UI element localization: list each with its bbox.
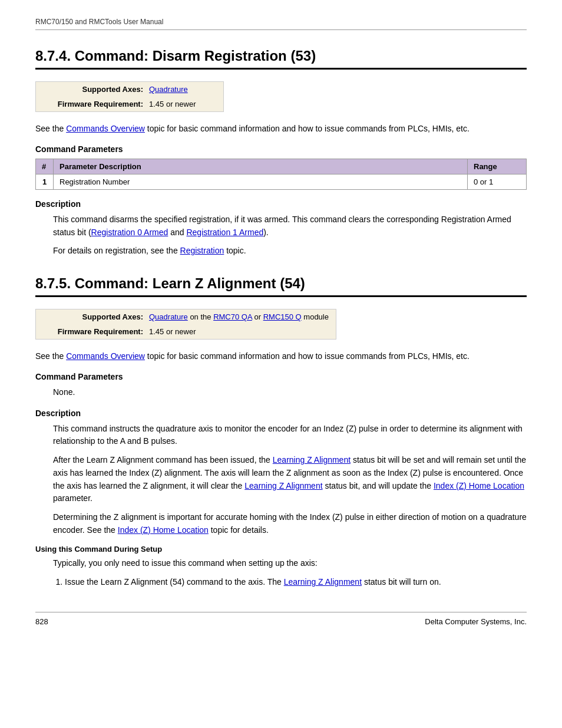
param-row-1-range: 0 or 1 [468,174,527,190]
page-header: RMC70/150 and RMCTools User Manual [35,18,527,30]
footer-page-number: 828 [35,617,48,626]
section1-commands-overview-link[interactable]: Commands Overview [66,124,145,133]
section2-quadrature-link[interactable]: Quadrature [149,312,188,321]
section2-desc-para2: After the Learn Z Alignment command has … [35,454,527,505]
section2-supported-axes-row: Supported Axes: Quadrature on the RMC70 … [36,309,336,324]
section2-rmc150q-link[interactable]: RMC150 Q [263,312,302,321]
section2-params-heading: Command Parameters [35,372,527,381]
section1-desc-para2: For details on registration, see the Reg… [35,245,527,258]
section2-desc-para3: Determining the Z alignment is important… [35,511,527,536]
setup-step-1: Issue the Learn Z Alignment (54) command… [65,576,527,588]
setup-intro: Typically, you only need to issue this c… [35,557,527,570]
section2-desc-para1: This command instructs the quadrature ax… [35,423,527,448]
section1-firmware-row: Firmware Requirement: 1.45 or newer [36,97,223,111]
section1-firmware-label: Firmware Requirement: [43,100,143,108]
footer-company: Delta Computer Systems, Inc. [425,617,527,626]
header-text: RMC70/150 and RMCTools User Manual [35,18,163,26]
section2-intro: See the Commands Overview topic for basi… [35,350,527,363]
section2-firmware-label: Firmware Requirement: [43,327,143,336]
learning-z-alignment-link-2[interactable]: Learning Z Alignment [244,481,322,490]
param-col-desc: Parameter Description [54,159,468,174]
section2-supported-axes-label: Supported Axes: [43,312,143,321]
section2-info-table: Supported Axes: Quadrature on the RMC70 … [35,309,336,340]
param-table-header-row: # Parameter Description Range [36,159,527,174]
section2-module-text: module [302,312,329,321]
section1-param-table: # Parameter Description Range 1 Registra… [35,159,527,190]
section1-firmware-value: 1.45 or newer [149,100,196,108]
section2-or-text: or [252,312,263,321]
setup-heading: Using this Command During Setup [35,545,527,554]
learning-z-alignment-link-1[interactable]: Learning Z Alignment [273,455,351,465]
section1-info-table: Supported Axes: Quadrature Firmware Requ… [35,81,224,112]
index-z-home-location-link-1[interactable]: Index (Z) Home Location [434,481,524,490]
page-container: RMC70/150 and RMCTools User Manual 8.7.4… [0,0,562,650]
section2-commands-overview-link[interactable]: Commands Overview [66,351,145,361]
reg0-armed-link[interactable]: Registration 0 Armed [91,228,168,237]
section2-firmware-value: 1.45 or newer [149,327,196,336]
section1-supported-axes-row: Supported Axes: Quadrature [36,82,223,97]
section-8-7-5: 8.7.5. Command: Learn Z Alignment (54) S… [35,275,527,588]
registration-link[interactable]: Registration [180,246,224,255]
section-8-7-5-title: 8.7.5. Command: Learn Z Alignment (54) [35,275,527,297]
section-8-7-4-title: 8.7.4. Command: Disarm Registration (53) [35,48,527,70]
param-col-range: Range [468,159,527,174]
section1-supported-axes-label: Supported Axes: [43,85,143,94]
section1-params-heading: Command Parameters [35,144,527,154]
param-row-1-desc: Registration Number [54,174,468,190]
page-footer: 828 Delta Computer Systems, Inc. [35,612,527,626]
param-col-num: # [36,159,54,174]
section2-on-text: on the [188,312,213,321]
section1-desc-heading: Description [35,199,527,209]
learning-z-alignment-link-3[interactable]: Learning Z Alignment [284,577,362,587]
section2-params-none: None. [35,386,527,399]
section2-firmware-row: Firmware Requirement: 1.45 or newer [36,324,336,339]
param-row-1-num: 1 [36,174,54,190]
section-8-7-4: 8.7.4. Command: Disarm Registration (53)… [35,48,527,258]
section1-intro: See the Commands Overview topic for basi… [35,123,527,135]
index-z-home-location-link-2[interactable]: Index (Z) Home Location [118,525,209,535]
section1-supported-axes-link[interactable]: Quadrature [149,85,188,94]
section2-supported-axes-value: Quadrature on the RMC70 QA or RMC150 Q m… [149,312,329,321]
param-row-1: 1 Registration Number 0 or 1 [36,174,527,190]
setup-steps-list: Issue the Learn Z Alignment (54) command… [35,576,527,588]
section1-desc-para1: This command disarms the specified regis… [35,213,527,239]
section2-desc-heading: Description [35,409,527,418]
section2-rmc70qa-link[interactable]: RMC70 QA [213,312,252,321]
section1-supported-axes-value: Quadrature [149,85,188,94]
reg1-armed-link[interactable]: Registration 1 Armed [186,228,263,237]
